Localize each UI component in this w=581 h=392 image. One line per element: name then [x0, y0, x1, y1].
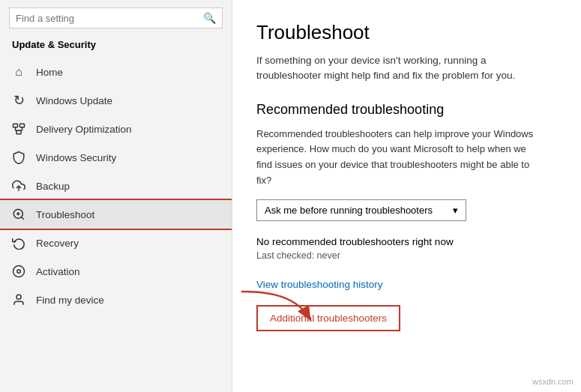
view-history-link[interactable]: View troubleshooting history [256, 279, 557, 290]
page-title: Troubleshoot [256, 21, 557, 44]
main-description: If something on your device isn't workin… [256, 53, 541, 84]
sidebar-item-find-my-device[interactable]: Find my device [0, 286, 232, 314]
sidebar-item-home[interactable]: ⌂ Home [0, 58, 232, 86]
svg-rect-0 [13, 124, 18, 127]
sidebar: 🔍 Update & Security ⌂ Home ↻ Windows Upd… [0, 0, 232, 392]
search-box[interactable]: 🔍 [9, 7, 223, 28]
sidebar-item-label: Recovery [36, 238, 79, 249]
window: 🔍 Update & Security ⌂ Home ↻ Windows Upd… [0, 0, 581, 392]
arrow-container: Additional troubleshooters [256, 305, 557, 331]
sidebar-item-windows-update[interactable]: ↻ Windows Update [0, 86, 232, 115]
home-icon: ⌂ [12, 65, 25, 79]
recovery-icon [12, 236, 25, 250]
sidebar-item-label: Find my device [36, 295, 104, 306]
svg-rect-1 [20, 124, 25, 127]
windows-update-icon: ↻ [12, 94, 25, 107]
search-icon: 🔍 [203, 12, 216, 24]
additional-troubleshooters-button[interactable]: Additional troubleshooters [256, 305, 400, 331]
sidebar-item-label: Windows Update [36, 95, 112, 106]
sidebar-item-troubleshoot[interactable]: Troubleshoot [0, 200, 232, 229]
troubleshooter-dropdown[interactable]: Ask me before running troubleshooters ▾ [256, 199, 466, 221]
svg-point-13 [16, 295, 21, 299]
troubleshoot-icon [12, 208, 25, 221]
sidebar-item-label: Troubleshoot [36, 209, 94, 220]
recommended-description: Recommended troubleshooters can help imp… [256, 127, 541, 189]
sidebar-item-recovery[interactable]: Recovery [0, 229, 232, 257]
activation-icon [12, 265, 25, 278]
sidebar-item-label: Windows Security [36, 152, 116, 163]
sidebar-item-backup[interactable]: Backup [0, 172, 232, 200]
sidebar-item-windows-security[interactable]: Windows Security [0, 143, 232, 172]
find-device-icon [12, 293, 25, 307]
recommended-section-title: Recommended troubleshooting [256, 102, 557, 118]
no-troubleshooter-text: No recommended troubleshooters right now [256, 236, 557, 247]
dropdown-value: Ask me before running troubleshooters [265, 205, 433, 216]
main-content: Troubleshoot If something on your device… [232, 0, 581, 392]
sidebar-item-label: Backup [36, 181, 70, 192]
svg-point-11 [13, 266, 25, 277]
svg-point-12 [17, 270, 21, 274]
sidebar-item-label: Home [36, 67, 63, 78]
sidebar-item-delivery-optimization[interactable]: Delivery Optimization [0, 115, 232, 143]
search-input[interactable] [16, 13, 199, 24]
sidebar-item-label: Activation [36, 266, 80, 277]
last-checked-text: Last checked: never [256, 250, 557, 261]
watermark: wsxdn.com [529, 376, 577, 388]
sidebar-item-label: Delivery Optimization [36, 124, 132, 135]
windows-security-icon [12, 151, 25, 164]
sidebar-item-activation[interactable]: Activation [0, 257, 232, 286]
delivery-optimization-icon [12, 122, 25, 136]
chevron-down-icon: ▾ [453, 205, 458, 216]
sidebar-section-title: Update & Security [0, 34, 232, 58]
backup-icon [12, 179, 25, 193]
